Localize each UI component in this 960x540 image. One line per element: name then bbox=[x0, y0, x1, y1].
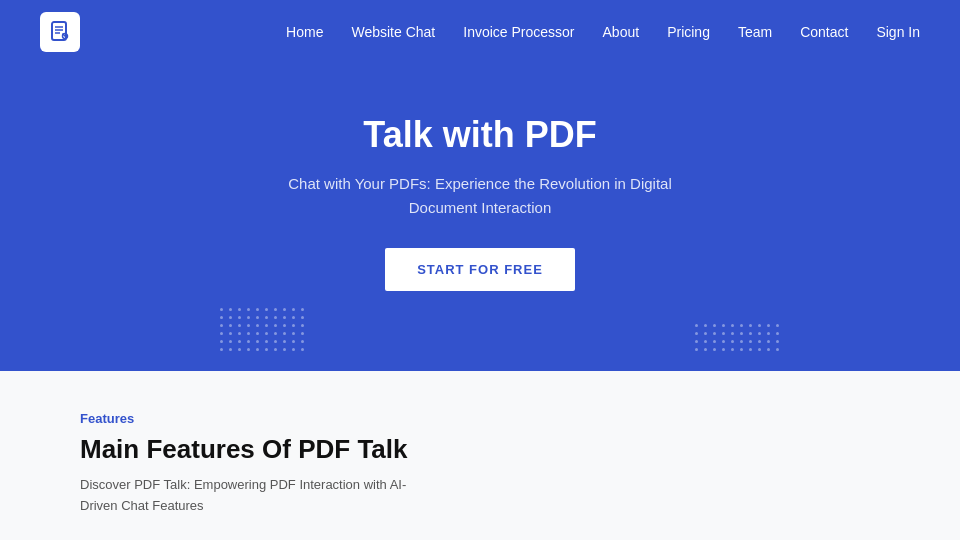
navbar: Home Website Chat Invoice Processor Abou… bbox=[0, 0, 960, 64]
nav-links: Home Website Chat Invoice Processor Abou… bbox=[286, 23, 920, 41]
svg-rect-0 bbox=[52, 22, 66, 40]
decorative-dots-left bbox=[220, 308, 305, 351]
nav-item-home[interactable]: Home bbox=[286, 23, 323, 41]
features-section: Features Main Features Of PDF Talk Disco… bbox=[0, 371, 960, 540]
features-title: Main Features Of PDF Talk bbox=[80, 434, 880, 465]
logo bbox=[40, 12, 80, 52]
hero-subtitle: Chat with Your PDFs: Experience the Revo… bbox=[270, 172, 690, 220]
nav-item-signin[interactable]: Sign In bbox=[876, 23, 920, 41]
hero-title: Talk with PDF bbox=[40, 114, 920, 156]
nav-item-about[interactable]: About bbox=[603, 23, 640, 41]
hero-section: Talk with PDF Chat with Your PDFs: Exper… bbox=[0, 64, 960, 371]
nav-item-contact[interactable]: Contact bbox=[800, 23, 848, 41]
features-label: Features bbox=[80, 411, 880, 426]
nav-item-website-chat[interactable]: Website Chat bbox=[351, 23, 435, 41]
logo-icon bbox=[40, 12, 80, 52]
decorative-dots-right bbox=[695, 324, 780, 351]
nav-item-team[interactable]: Team bbox=[738, 23, 772, 41]
nav-item-pricing[interactable]: Pricing bbox=[667, 23, 710, 41]
features-description: Discover PDF Talk: Empowering PDF Intera… bbox=[80, 475, 440, 517]
cta-button[interactable]: START FOR FREE bbox=[385, 248, 575, 291]
nav-item-invoice-processor[interactable]: Invoice Processor bbox=[463, 23, 574, 41]
